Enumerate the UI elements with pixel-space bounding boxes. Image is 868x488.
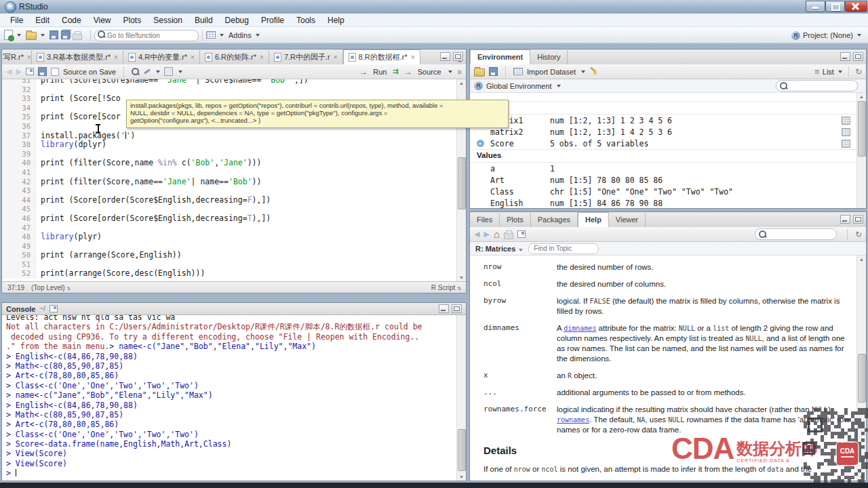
import-dataset-icon[interactable] <box>513 68 523 75</box>
file-type-indicator[interactable]: R Script ⇅ <box>431 284 460 291</box>
environment-scroll-thumb[interactable] <box>858 101 866 157</box>
menu-item-code[interactable]: Code <box>56 14 87 26</box>
view-data-icon[interactable] <box>842 117 850 125</box>
save-all-icon[interactable] <box>61 30 70 39</box>
pane-maximize-icon[interactable] <box>853 52 863 61</box>
menu-item-file[interactable]: File <box>4 14 29 26</box>
window-minimize-button[interactable] <box>806 1 825 12</box>
open-new-window-icon[interactable] <box>26 68 34 75</box>
console-scrollbar[interactable]: ▼ <box>456 315 466 481</box>
window-close-button[interactable] <box>845 1 867 12</box>
environment-scope-caret-icon[interactable] <box>557 85 561 87</box>
source-button[interactable]: Source <box>418 68 441 76</box>
source-tab[interactable]: 3.R基本数据类型.r*× <box>32 50 123 64</box>
forward-icon[interactable]: ▶ <box>484 230 489 239</box>
tab-viewer[interactable]: Viewer <box>609 213 646 227</box>
pane-maximize-icon[interactable] <box>853 215 863 224</box>
scroll-up-icon[interactable]: ▲ <box>457 79 466 87</box>
clear-workspace-icon[interactable] <box>589 68 597 75</box>
menu-item-help[interactable]: Help <box>321 14 351 26</box>
scroll-down-icon[interactable]: ▼ <box>457 274 466 281</box>
compile-report-icon[interactable] <box>206 31 216 39</box>
window-restore-button[interactable] <box>825 1 845 12</box>
tab-history[interactable]: History <box>530 50 568 64</box>
save-workspace-icon[interactable] <box>489 67 498 76</box>
source-tab[interactable]: 8.R的数据框.r*× <box>343 49 420 64</box>
help-search[interactable] <box>755 228 837 240</box>
menu-item-build[interactable]: Build <box>189 14 219 26</box>
help-link[interactable]: dimnames <box>564 325 596 332</box>
source-tab[interactable]: 写R.r*× <box>2 50 32 64</box>
run-button[interactable]: Run <box>373 68 387 76</box>
menu-item-debug[interactable]: Debug <box>219 14 255 26</box>
load-workspace-icon[interactable] <box>474 68 485 77</box>
environment-search[interactable] <box>776 80 858 92</box>
environment-object-row[interactable]: matrix1num [1:2, 1:3] 1 2 3 4 5 6 <box>470 115 857 126</box>
menu-item-profile[interactable]: Profile <box>255 14 290 26</box>
environment-search-input[interactable] <box>790 81 854 90</box>
code-tools-caret-icon[interactable] <box>156 70 160 73</box>
pane-maximize-icon[interactable] <box>453 52 463 61</box>
expand-icon[interactable] <box>477 140 484 147</box>
console-popout-icon[interactable] <box>50 305 58 312</box>
menu-item-edit[interactable]: Edit <box>29 14 56 26</box>
open-new-window-icon[interactable] <box>517 230 526 238</box>
addins-caret-icon[interactable] <box>256 34 260 37</box>
pane-minimize-icon[interactable] <box>840 215 850 224</box>
back-icon[interactable]: ◀ <box>6 67 12 76</box>
tab-close-icon[interactable]: × <box>260 54 264 61</box>
environment-object-row[interactable]: Artnum [1:5] 78 80 80 85 86 <box>470 174 857 186</box>
pane-minimize-icon[interactable] <box>439 304 449 313</box>
run-icon[interactable]: → <box>359 67 368 77</box>
tab-close-icon[interactable]: × <box>411 54 415 61</box>
scroll-up-icon[interactable]: ▲ <box>857 93 866 100</box>
find-in-topic-input[interactable] <box>528 243 599 254</box>
view-data-icon[interactable] <box>842 140 850 148</box>
environment-object-row[interactable]: Score5 obs. of 5 variables <box>470 138 857 149</box>
document-outline-icon[interactable]: ≡ <box>458 68 462 76</box>
scope-indicator[interactable]: (Top Level) ⇅ <box>31 284 70 291</box>
environment-object-row[interactable]: a1 <box>470 163 857 174</box>
source-caret-icon[interactable] <box>448 70 452 73</box>
list-view-button[interactable]: List <box>823 68 834 76</box>
addins-button[interactable]: Addins <box>229 31 252 39</box>
refresh-icon[interactable] <box>855 67 862 77</box>
help-topic-selector[interactable]: R: Matrices <box>475 245 523 253</box>
list-view-icon[interactable]: ≣ <box>814 68 819 75</box>
tab-help[interactable]: Help <box>578 212 609 228</box>
menu-item-session[interactable]: Session <box>147 14 189 26</box>
import-dataset-caret-icon[interactable] <box>581 70 585 73</box>
environment-object-row[interactable]: Englishnum [1:5] 84 86 78 90 88 <box>470 197 857 208</box>
source-icon[interactable]: → <box>404 67 412 77</box>
menu-item-tools[interactable]: Tools <box>290 14 321 26</box>
rerun-icon[interactable]: ⇉ <box>393 67 399 76</box>
open-file-caret-icon[interactable] <box>41 34 45 37</box>
help-link[interactable]: rownames <box>557 416 589 424</box>
environment-scrollbar[interactable]: ▲ <box>856 93 866 208</box>
compile-report-caret-icon[interactable] <box>220 34 224 37</box>
project-selector[interactable]: Project: (None) <box>791 27 861 43</box>
pane-minimize-icon[interactable] <box>440 52 450 61</box>
environment-object-row[interactable]: matrix2num [1:2, 1:3] 1 4 2 5 3 6 <box>470 126 857 138</box>
console-scroll-thumb[interactable] <box>458 429 466 471</box>
new-file-icon[interactable] <box>4 30 13 40</box>
pane-minimize-icon[interactable] <box>840 52 850 61</box>
tab-environment[interactable]: Environment <box>470 49 530 65</box>
print-icon[interactable] <box>504 232 513 239</box>
view-data-icon[interactable] <box>842 128 850 136</box>
tab-close-icon[interactable]: × <box>27 54 31 61</box>
menu-item-view[interactable]: View <box>87 14 117 26</box>
import-dataset-button[interactable]: Import Dataset <box>527 68 576 76</box>
source-tab[interactable]: 4.R中的变量.r*× <box>123 50 200 64</box>
goto-file-input[interactable] <box>94 30 199 41</box>
source-on-save-checkbox[interactable] <box>51 68 59 76</box>
console-output[interactable]: Levels: act nsw nt qld sa tas vic waNot … <box>2 315 457 481</box>
find-replace-icon[interactable] <box>132 68 139 75</box>
forward-icon[interactable]: ▶ <box>16 67 21 76</box>
source-tab[interactable]: 7.R中的因子.r× <box>269 50 343 64</box>
save-source-icon[interactable] <box>38 67 47 76</box>
scroll-up-icon[interactable]: ▲ <box>857 256 866 263</box>
back-icon[interactable]: ◀ <box>474 230 479 239</box>
help-search-input[interactable] <box>769 230 833 239</box>
menu-item-plots[interactable]: Plots <box>117 14 148 26</box>
